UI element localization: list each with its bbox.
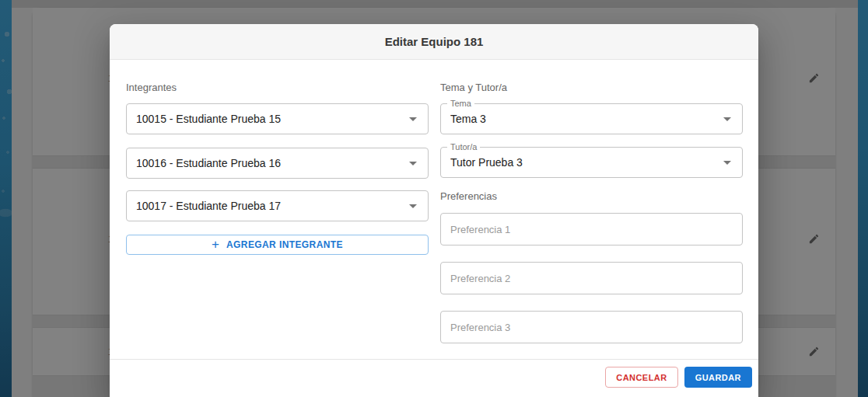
caret-down-icon bbox=[723, 117, 731, 121]
tutor-field-label: Tutor/a bbox=[447, 143, 480, 151]
members-column: Integrantes 10015 - Estudiante Prueba 15… bbox=[126, 82, 429, 360]
app-window: 175 176 177 bbox=[0, 0, 868, 397]
dialog-body: Integrantes 10015 - Estudiante Prueba 15… bbox=[110, 60, 758, 360]
tema-select-value: Tema 3 bbox=[450, 113, 723, 125]
member-select-2[interactable]: 10016 - Estudiante Prueba 16 bbox=[126, 148, 429, 179]
preference-3-input[interactable] bbox=[440, 311, 743, 343]
dialog-header: Editar Equipo 181 bbox=[110, 24, 758, 60]
preferences-section-label: Preferencias bbox=[440, 190, 743, 202]
dialog-footer: CANCELAR GUARDAR bbox=[110, 359, 758, 388]
tema-field-label: Tema bbox=[447, 99, 474, 108]
members-section-label: Integrantes bbox=[126, 82, 429, 93]
caret-down-icon bbox=[409, 117, 417, 121]
tutor-select-value: Tutor Prueba 3 bbox=[450, 156, 723, 169]
topic-column: Tema y Tutor/a Tema Tema 3 Tutor/a Tutor… bbox=[440, 82, 743, 360]
edit-team-dialog: Editar Equipo 181 Integrantes 10015 - Es… bbox=[110, 24, 758, 397]
add-member-label: AGREGAR INTEGRANTE bbox=[226, 239, 343, 250]
caret-down-icon bbox=[409, 162, 417, 165]
member-select-1[interactable]: 10015 - Estudiante Prueba 15 bbox=[126, 103, 429, 134]
member-select-3[interactable]: 10017 - Estudiante Prueba 17 bbox=[126, 190, 429, 221]
cancel-button[interactable]: CANCELAR bbox=[605, 367, 677, 388]
preference-1-input[interactable] bbox=[440, 213, 743, 246]
caret-down-icon bbox=[409, 204, 417, 208]
preference-2-input[interactable] bbox=[440, 262, 743, 294]
member-select-3-value: 10017 - Estudiante Prueba 17 bbox=[136, 200, 409, 212]
plus-icon: + bbox=[212, 238, 219, 251]
tutor-select[interactable]: Tutor/a Tutor Prueba 3 bbox=[440, 147, 743, 178]
member-select-2-value: 10016 - Estudiante Prueba 16 bbox=[136, 157, 409, 169]
dialog-title: Editar Equipo 181 bbox=[385, 35, 484, 48]
save-button[interactable]: GUARDAR bbox=[684, 367, 752, 388]
topic-section-label: Tema y Tutor/a bbox=[440, 82, 743, 93]
add-member-button[interactable]: + AGREGAR INTEGRANTE bbox=[126, 235, 429, 255]
member-select-1-value: 10015 - Estudiante Prueba 15 bbox=[136, 113, 409, 125]
caret-down-icon bbox=[723, 161, 731, 165]
tema-select[interactable]: Tema Tema 3 bbox=[440, 103, 743, 134]
